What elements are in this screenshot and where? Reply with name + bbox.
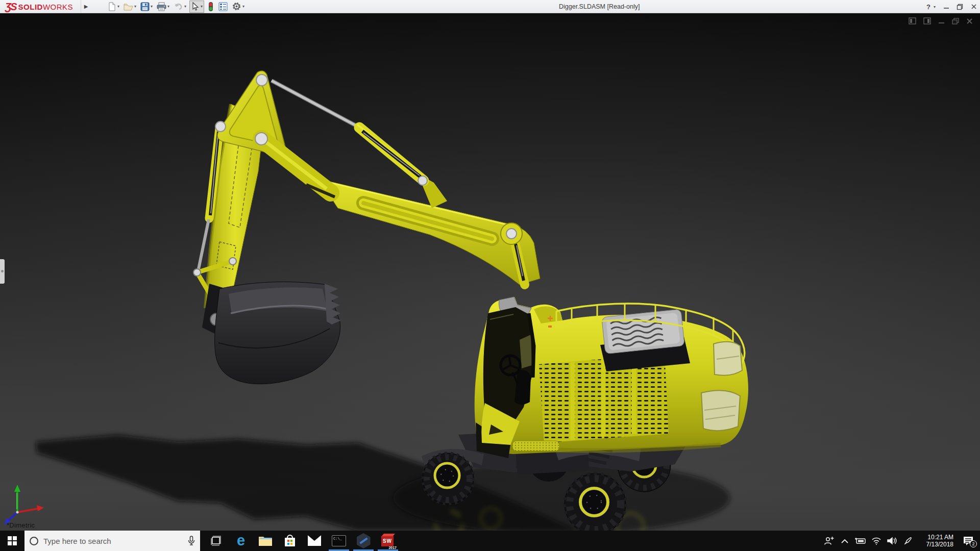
wheel-front-left[interactable] <box>423 453 474 504</box>
options-gear-icon <box>232 2 241 11</box>
menu-flyout-arrow-icon[interactable]: ▶ <box>81 0 91 13</box>
taskbar-search-box[interactable] <box>24 531 200 551</box>
pen-icon[interactable] <box>900 531 916 551</box>
save-button[interactable]: ▾ <box>139 1 154 13</box>
close-icon[interactable] <box>970 4 977 10</box>
window-controls: ? ▾ <box>926 0 977 13</box>
open-dropdown-caret-icon[interactable]: ▾ <box>134 4 136 9</box>
options-dropdown-caret-icon[interactable]: ▾ <box>242 4 244 9</box>
select-dropdown-caret-icon[interactable]: ▾ <box>201 4 203 9</box>
open-folder-icon <box>124 2 133 11</box>
undo-dropdown-caret-icon[interactable]: ▾ <box>184 4 186 9</box>
minimize-icon[interactable] <box>943 4 949 10</box>
search-input[interactable] <box>43 537 183 545</box>
print-icon <box>157 2 166 11</box>
cortana-icon <box>30 537 38 545</box>
save-floppy-icon <box>140 2 150 11</box>
view-orientation-label: *Dimetric <box>7 521 35 529</box>
edge-icon: e <box>237 533 245 548</box>
options-button[interactable]: ▾ <box>231 1 246 13</box>
rebuild-traffic-light-icon <box>207 2 214 12</box>
taskbar-app-edge[interactable]: e <box>229 531 253 551</box>
undo-button[interactable]: ▾ <box>173 1 187 13</box>
wifi-icon[interactable] <box>868 531 884 551</box>
command-prompt-icon: C:\_ <box>332 535 346 546</box>
system-tray: 10:21 AM 7/13/2018 2 <box>821 531 980 551</box>
solidworks-logo-works: WORKS <box>43 3 73 11</box>
start-button[interactable] <box>0 531 24 551</box>
plate-mid-pin <box>255 133 267 145</box>
rebuild-button[interactable] <box>206 1 215 13</box>
solidworks-logo: ƷS SOLID WORKS <box>5 1 73 12</box>
graphics-viewport[interactable]: *Dimetric <box>0 13 980 531</box>
people-icon[interactable] <box>821 531 837 551</box>
taskbar-app-mail[interactable] <box>302 531 327 551</box>
help-icon[interactable]: ? <box>926 3 930 11</box>
file-properties-icon <box>218 2 228 11</box>
side-vents <box>539 354 669 443</box>
print-dropdown-caret-icon[interactable]: ▾ <box>167 4 169 9</box>
taskbar-app-command-prompt[interactable]: C:\_ <box>327 531 351 551</box>
microsoft-store-icon <box>283 534 297 547</box>
orientation-triad[interactable] <box>4 485 44 524</box>
title-bar: ƷS SOLID WORKS ▶ ▾ ▾ <box>0 0 980 13</box>
help-dropdown-caret-icon[interactable]: ▾ <box>934 5 936 9</box>
open-document-button[interactable]: ▾ <box>122 1 137 13</box>
solidworks-logo-solid: SOLID <box>18 3 43 11</box>
windows-logo-icon <box>8 536 17 545</box>
tray-chevron-up-icon[interactable] <box>837 531 852 551</box>
file-explorer-icon <box>258 535 273 547</box>
new-document-icon <box>107 2 116 11</box>
battery-icon[interactable] <box>852 531 868 551</box>
taskbar-app-store[interactable] <box>278 531 302 551</box>
solidworks-app-window: ƷS SOLID WORKS ▶ ▾ ▾ <box>0 0 980 551</box>
clock-time: 10:21 AM <box>916 534 953 541</box>
taskbar-app-hexagon[interactable] <box>351 531 376 551</box>
microphone-icon[interactable] <box>188 536 195 546</box>
taskbar-app-file-explorer[interactable] <box>253 531 278 551</box>
task-view-icon <box>210 535 223 546</box>
task-view-button[interactable] <box>204 531 229 551</box>
save-dropdown-caret-icon[interactable]: ▾ <box>151 4 153 9</box>
select-cursor-icon <box>191 2 200 11</box>
file-properties-button[interactable] <box>217 1 229 13</box>
model-scene[interactable] <box>0 13 980 531</box>
windows-taskbar: e <box>0 531 980 551</box>
solidworks-logo-mark: ƷS <box>5 1 16 13</box>
mail-icon <box>307 535 322 546</box>
solidworks-2017-icon: SW 2017 <box>381 534 395 548</box>
undo-arrow-icon <box>174 2 183 11</box>
volume-icon[interactable] <box>884 531 900 551</box>
print-button[interactable]: ▾ <box>156 1 170 13</box>
plate-apex-pin <box>256 74 267 86</box>
hexagon-app-icon <box>357 533 371 548</box>
wheel-front-right[interactable] <box>565 473 626 531</box>
new-dropdown-caret-icon[interactable]: ▾ <box>117 4 119 9</box>
plate-left-pin <box>215 121 226 132</box>
notification-badge: 2 <box>970 540 977 547</box>
restore-icon[interactable] <box>957 4 963 10</box>
action-center-button[interactable]: 2 <box>957 531 980 551</box>
select-tool-button[interactable]: ▾ <box>189 1 204 13</box>
new-document-button[interactable]: ▾ <box>106 1 120 13</box>
clock-date: 7/13/2018 <box>916 541 953 548</box>
document-title: Digger.SLDASM [Read-only] <box>559 3 640 10</box>
taskbar-app-solidworks[interactable]: SW 2017 <box>376 531 400 551</box>
quick-access-toolbar: ▾ ▾ ▾ <box>106 0 248 13</box>
taskbar-clock[interactable]: 10:21 AM 7/13/2018 <box>916 534 957 548</box>
step-tread <box>512 441 559 451</box>
bucket[interactable] <box>202 282 341 384</box>
